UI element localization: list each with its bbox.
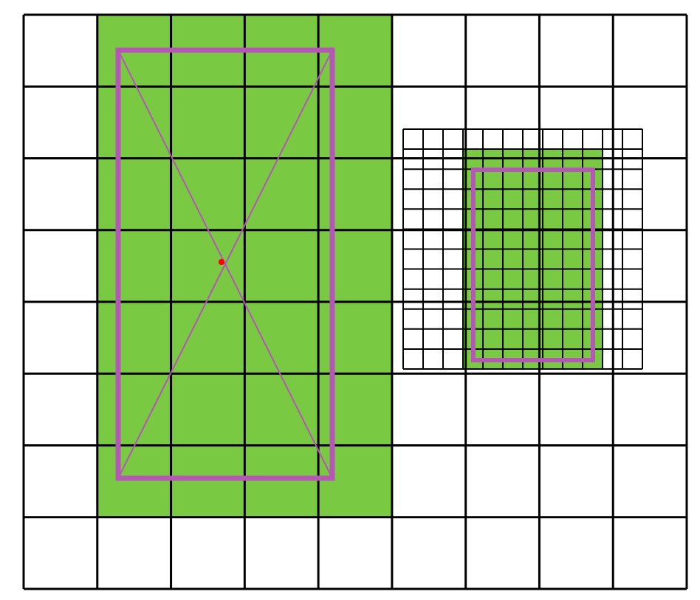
diagram-canvas [0, 0, 700, 600]
large-center-dot[interactable] [219, 259, 224, 265]
diagram-svg [0, 0, 700, 600]
small-fill-rect [463, 149, 603, 369]
